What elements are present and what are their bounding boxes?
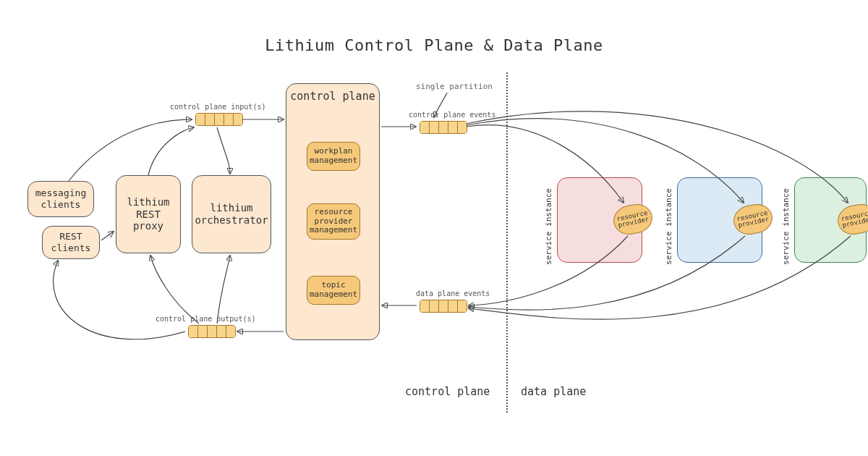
outputs-queue bbox=[188, 325, 236, 338]
cp-events-queue bbox=[420, 121, 467, 134]
inputs-queue-label: control plane input(s) bbox=[170, 103, 265, 111]
lithium-orchestrator-box: lithium orchestrator bbox=[192, 175, 271, 253]
section-label-data-plane: data plane bbox=[521, 385, 586, 398]
single-partition-note: single partition bbox=[416, 82, 493, 91]
topic-mgmt-box: topic management bbox=[307, 276, 360, 305]
service-instance-label-2: service instance bbox=[664, 188, 673, 265]
dp-events-queue-label: data plane events bbox=[416, 290, 490, 297]
diagram-title: Lithium Control Plane & Data Plane bbox=[265, 36, 603, 54]
rest-clients-box: REST clients bbox=[42, 226, 100, 259]
messaging-clients-box: messaging clients bbox=[27, 181, 94, 217]
control-plane-header: control plane bbox=[286, 90, 379, 103]
dp-events-queue bbox=[420, 300, 467, 313]
lithium-rest-proxy-box: lithium REST proxy bbox=[116, 175, 181, 253]
plane-divider bbox=[506, 72, 508, 413]
control-plane-container: control plane workplan management resour… bbox=[286, 83, 380, 340]
cp-events-queue-label: control plane events bbox=[409, 111, 495, 119]
inputs-queue bbox=[195, 113, 243, 126]
workplan-mgmt-box: workplan management bbox=[307, 142, 360, 171]
service-instance-label-3: service instance bbox=[781, 188, 791, 265]
service-instance-label-1: service instance bbox=[544, 188, 553, 265]
outputs-queue-label: control plane output(s) bbox=[156, 315, 255, 323]
resource-provider-mgmt-box: resource provider management bbox=[307, 203, 360, 240]
section-label-control-plane: control plane bbox=[405, 385, 490, 398]
